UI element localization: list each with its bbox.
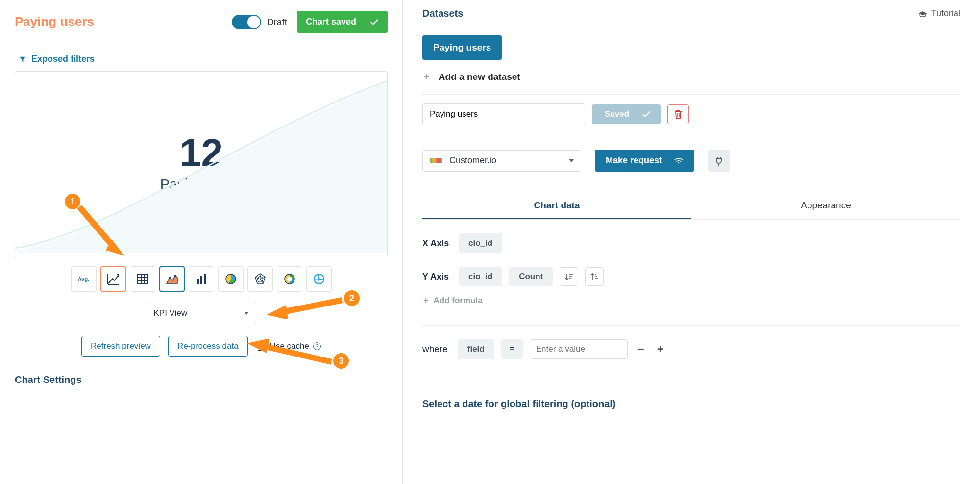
dataset-tab-active[interactable]: Paying users	[422, 35, 502, 60]
preview-ghost-line	[15, 72, 387, 253]
svg-rect-0	[137, 274, 148, 284]
donut-icon	[283, 272, 296, 286]
add-formula-label: Add formula	[434, 296, 483, 306]
y-axis-field-chip[interactable]: cio_id	[459, 267, 502, 286]
exposed-filters-toggle[interactable]: Exposed filters	[15, 43, 388, 71]
where-operator-chip[interactable]: =	[501, 339, 523, 359]
svg-rect-7	[197, 279, 199, 284]
avg-icon: Avg.	[78, 276, 89, 282]
chart-type-table[interactable]	[130, 266, 155, 292]
y-axis-label: Y Axis	[422, 272, 452, 282]
chart-preview: 12 Paying users	[15, 71, 388, 257]
area-icon	[165, 272, 179, 286]
sort-desc-button[interactable]	[560, 267, 578, 286]
pie-icon	[224, 272, 238, 286]
x-axis-field-chip[interactable]: cio_id	[459, 233, 502, 253]
remove-filter-button[interactable]: −	[635, 342, 647, 356]
dataset-saved-pill: Saved	[592, 104, 661, 124]
plus-icon: +	[423, 295, 429, 306]
chevron-down-icon	[569, 159, 574, 162]
make-request-button[interactable]: Make request	[595, 150, 694, 172]
svg-point-27	[318, 278, 320, 280]
help-icon[interactable]: ?	[313, 342, 321, 350]
chart-type-kpi-trend[interactable]	[100, 266, 126, 292]
wifi-icon	[674, 157, 684, 164]
add-filter-button[interactable]: +	[654, 342, 667, 356]
chart-title[interactable]: Paying users	[15, 14, 94, 29]
chart-settings-heading: Chart Settings	[15, 374, 388, 385]
callout-2: 2	[344, 290, 360, 306]
where-value-input[interactable]	[530, 339, 628, 359]
reprocess-data-button[interactable]: Re-process data	[168, 336, 248, 357]
connection-settings-button[interactable]	[708, 150, 730, 172]
check-icon	[642, 111, 651, 118]
graduation-cap-icon	[918, 10, 928, 17]
sort-desc-icon	[564, 272, 573, 281]
view-select[interactable]: KPI View	[147, 303, 256, 324]
use-cache-label: Use cache	[270, 341, 309, 351]
chevron-down-icon	[244, 312, 249, 315]
chart-type-area[interactable]	[159, 266, 185, 292]
add-dataset-label: Add a new dataset	[439, 72, 520, 82]
chart-saved-button[interactable]: Chart saved	[297, 11, 388, 33]
chart-type-pie[interactable]	[218, 266, 244, 292]
callout-3: 3	[333, 353, 349, 369]
draft-toggle[interactable]	[232, 15, 261, 29]
where-field-chip[interactable]: field	[458, 339, 494, 359]
view-select-value: KPI View	[154, 308, 188, 318]
svg-rect-9	[204, 274, 206, 284]
tutorial-link[interactable]: Tutorial	[918, 8, 960, 19]
plus-icon: +	[423, 71, 430, 83]
add-dataset-button[interactable]: + Add a new dataset	[422, 66, 960, 94]
gauge-icon	[312, 272, 326, 286]
plug-icon	[715, 156, 723, 166]
chart-type-gauge[interactable]	[306, 266, 332, 292]
use-cache-checkbox[interactable]: ✔	[258, 342, 266, 351]
dataset-saved-label: Saved	[605, 109, 629, 119]
x-axis-label: X Axis	[422, 238, 452, 249]
svg-point-20	[287, 277, 292, 281]
data-source-value: Customer.io	[449, 155, 496, 166]
kpi-trend-icon	[106, 272, 121, 286]
filter-icon	[19, 55, 26, 63]
svg-rect-8	[200, 276, 202, 284]
chart-type-bar[interactable]	[189, 266, 214, 292]
svg-point-6	[174, 275, 176, 277]
y-axis-aggregation-chip[interactable]: Count	[509, 267, 553, 286]
table-icon	[136, 272, 149, 286]
make-request-label: Make request	[606, 155, 662, 166]
dataset-name-input[interactable]	[422, 103, 585, 125]
sort-asc-button[interactable]	[585, 267, 604, 286]
data-source-select[interactable]: Customer.io	[422, 150, 581, 172]
global-filter-heading: Select a date for global filtering (opti…	[422, 398, 960, 409]
tab-chart-data[interactable]: Chart data	[422, 193, 691, 219]
draft-label: Draft	[267, 17, 287, 27]
datasets-heading: Datasets	[422, 8, 463, 19]
check-icon	[370, 19, 379, 25]
where-label: where	[422, 344, 448, 355]
bar-icon	[195, 272, 208, 286]
add-formula-button[interactable]: + Add formula	[423, 295, 960, 306]
chart-type-avg[interactable]: Avg.	[71, 266, 97, 292]
customerio-logo-icon	[430, 158, 442, 163]
chart-type-donut[interactable]	[277, 266, 302, 292]
tab-appearance[interactable]: Appearance	[691, 193, 960, 219]
refresh-preview-button[interactable]: Refresh preview	[81, 336, 160, 357]
radar-icon	[253, 272, 267, 286]
chart-saved-label: Chart saved	[306, 17, 356, 27]
delete-dataset-button[interactable]	[667, 104, 689, 124]
tutorial-label: Tutorial	[931, 8, 960, 19]
chart-type-radar[interactable]	[247, 266, 273, 292]
sort-asc-icon	[590, 272, 599, 281]
svg-point-5	[169, 277, 171, 279]
exposed-filters-label: Exposed filters	[31, 54, 95, 64]
trash-icon	[674, 109, 683, 119]
callout-1: 1	[65, 194, 80, 209]
